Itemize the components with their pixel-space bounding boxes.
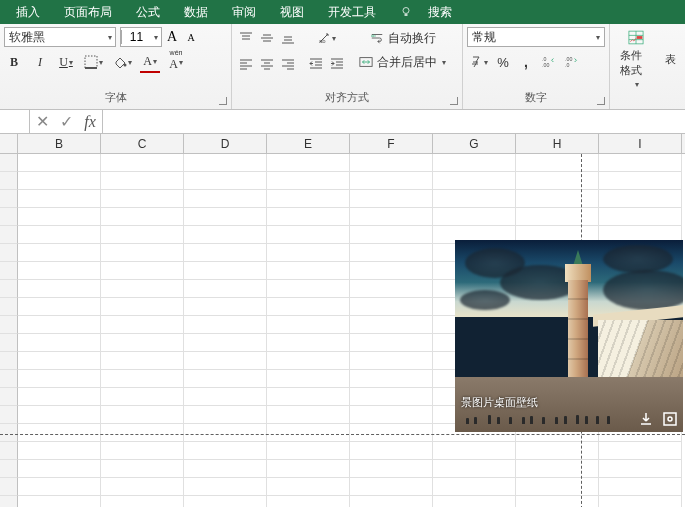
image-expand-button[interactable] xyxy=(661,410,679,428)
menu-search[interactable]: 搜索 xyxy=(388,4,476,21)
align-right-button[interactable] xyxy=(278,53,298,75)
cell[interactable] xyxy=(101,244,184,262)
cell[interactable] xyxy=(184,496,267,507)
row-header[interactable] xyxy=(0,406,18,424)
font-color-button[interactable]: A xyxy=(140,51,160,73)
cell[interactable] xyxy=(101,388,184,406)
number-format-combo[interactable]: 常规 xyxy=(467,27,605,47)
cell[interactable] xyxy=(516,442,599,460)
cell[interactable] xyxy=(350,406,433,424)
embedded-image[interactable]: 景图片桌面壁纸 xyxy=(455,240,683,432)
cell[interactable] xyxy=(267,424,350,442)
cell[interactable] xyxy=(101,370,184,388)
increase-decimal-button[interactable]: .0.00 xyxy=(539,51,559,73)
row-header[interactable] xyxy=(0,172,18,190)
cell[interactable] xyxy=(350,298,433,316)
decrease-indent-button[interactable] xyxy=(306,53,326,75)
cell[interactable] xyxy=(184,478,267,496)
underline-button[interactable]: U xyxy=(56,51,76,73)
cell[interactable] xyxy=(516,172,599,190)
cell[interactable] xyxy=(184,370,267,388)
cell[interactable] xyxy=(101,262,184,280)
cell[interactable] xyxy=(18,496,101,507)
cell[interactable] xyxy=(18,370,101,388)
cell[interactable] xyxy=(350,388,433,406)
cell[interactable] xyxy=(18,406,101,424)
cell[interactable] xyxy=(18,316,101,334)
cell[interactable] xyxy=(18,226,101,244)
cell[interactable] xyxy=(184,406,267,424)
cell[interactable] xyxy=(267,298,350,316)
cell[interactable] xyxy=(350,370,433,388)
cell[interactable] xyxy=(184,208,267,226)
col-header[interactable]: B xyxy=(18,134,101,153)
cell[interactable] xyxy=(267,208,350,226)
cell[interactable] xyxy=(599,208,682,226)
cell[interactable] xyxy=(350,496,433,507)
cell[interactable] xyxy=(101,334,184,352)
col-header[interactable]: D xyxy=(184,134,267,153)
row-header[interactable] xyxy=(0,208,18,226)
decrease-font-button[interactable]: A xyxy=(182,28,200,46)
cell[interactable] xyxy=(184,190,267,208)
cell[interactable] xyxy=(350,334,433,352)
cell[interactable] xyxy=(184,280,267,298)
cell[interactable] xyxy=(267,172,350,190)
cell[interactable] xyxy=(267,316,350,334)
row-header[interactable] xyxy=(0,280,18,298)
cell[interactable] xyxy=(599,172,682,190)
cell[interactable] xyxy=(433,442,516,460)
row-header[interactable] xyxy=(0,190,18,208)
cell[interactable] xyxy=(184,334,267,352)
cell[interactable] xyxy=(184,388,267,406)
cell[interactable] xyxy=(18,190,101,208)
row-header[interactable] xyxy=(0,298,18,316)
menu-data[interactable]: 数据 xyxy=(172,4,220,21)
cell[interactable] xyxy=(267,280,350,298)
col-header[interactable]: E xyxy=(267,134,350,153)
cell[interactable] xyxy=(18,208,101,226)
row-header[interactable] xyxy=(0,334,18,352)
formula-input[interactable] xyxy=(102,110,685,134)
cell[interactable] xyxy=(516,190,599,208)
cell[interactable] xyxy=(101,442,184,460)
cell[interactable] xyxy=(350,460,433,478)
accounting-format-button[interactable] xyxy=(467,51,490,73)
cell[interactable] xyxy=(101,280,184,298)
cell[interactable] xyxy=(350,226,433,244)
cell[interactable] xyxy=(101,208,184,226)
cell[interactable] xyxy=(433,154,516,172)
bold-button[interactable]: B xyxy=(4,51,24,73)
cell[interactable] xyxy=(18,262,101,280)
borders-button[interactable] xyxy=(82,51,105,73)
cell[interactable] xyxy=(18,388,101,406)
row-header[interactable] xyxy=(0,226,18,244)
cell[interactable] xyxy=(101,352,184,370)
cell[interactable] xyxy=(184,298,267,316)
pinyin-guide-button[interactable]: wén A xyxy=(166,51,186,73)
increase-indent-button[interactable] xyxy=(327,53,347,75)
cell[interactable] xyxy=(267,406,350,424)
cell[interactable] xyxy=(184,262,267,280)
cell[interactable] xyxy=(433,208,516,226)
cell[interactable] xyxy=(599,496,682,507)
align-middle-button[interactable] xyxy=(257,27,277,49)
cell[interactable] xyxy=(267,154,350,172)
cell[interactable] xyxy=(184,172,267,190)
insert-function-button[interactable]: fx xyxy=(78,110,102,134)
orientation-button[interactable]: ab xyxy=(306,27,347,49)
font-name-combo[interactable]: 软雅黑 ▾ xyxy=(4,27,116,47)
col-header[interactable]: H xyxy=(516,134,599,153)
cell[interactable] xyxy=(350,478,433,496)
cell[interactable] xyxy=(18,172,101,190)
cell[interactable] xyxy=(18,478,101,496)
cell[interactable] xyxy=(433,478,516,496)
row-header[interactable] xyxy=(0,388,18,406)
wrap-text-button[interactable]: ab 自动换行 xyxy=(357,27,448,49)
font-dialog-launcher[interactable] xyxy=(219,97,227,105)
cell[interactable] xyxy=(516,208,599,226)
cell[interactable] xyxy=(516,154,599,172)
cell[interactable] xyxy=(516,478,599,496)
cell[interactable] xyxy=(516,496,599,507)
menu-view[interactable]: 视图 xyxy=(268,4,316,21)
